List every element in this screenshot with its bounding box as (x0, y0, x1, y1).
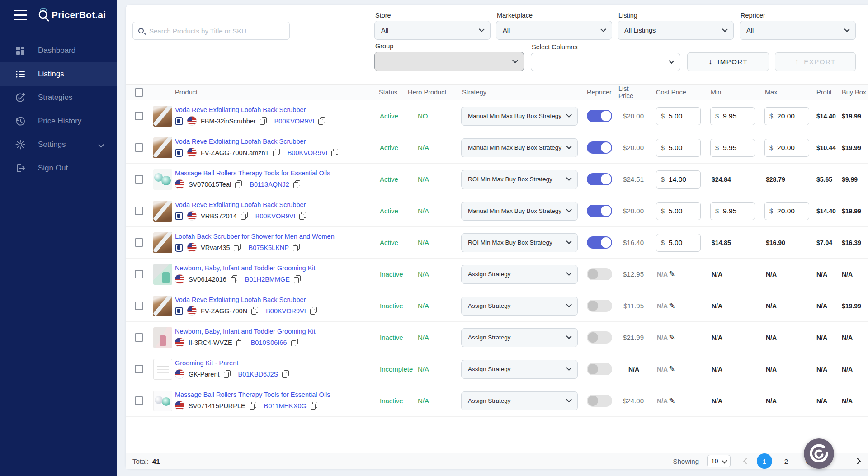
max-input[interactable]: $20.00 (764, 107, 809, 125)
copy-asin-icon[interactable] (293, 244, 300, 251)
product-asin-link[interactable]: B00KVOR9VI (274, 118, 315, 125)
product-title-link[interactable]: Massage Ball Rollers Therapy Tools for E… (175, 170, 330, 177)
marketplace-filter-select[interactable]: All (496, 21, 612, 40)
strategy-select[interactable]: Manual Min Max Buy Box Strategy (461, 107, 578, 126)
group-filter-select[interactable] (374, 52, 524, 71)
product-asin-link[interactable]: B00KVOR9VI (266, 307, 306, 315)
cost-price-input[interactable]: $5.00 (656, 139, 701, 157)
max-input[interactable]: $20.00 (764, 139, 809, 157)
repricer-toggle[interactable] (587, 236, 612, 249)
product-title-link[interactable]: Loofah Back Scrubber for Shower for Men … (175, 233, 335, 240)
product-title-link[interactable]: Voda Reve Exfoliating Loofah Back Scrubb… (175, 296, 317, 303)
strategy-select[interactable]: Assign Strategy (461, 391, 578, 410)
min-input[interactable]: $9.95 (710, 107, 755, 125)
strategy-select[interactable]: Manual Min Max Buy Box Strategy (461, 202, 578, 221)
listing-filter-select[interactable]: All Listings (618, 21, 734, 40)
edit-cost-price-icon[interactable]: ✎ (669, 334, 675, 341)
product-title-link[interactable]: Massage Ball Rollers Therapy Tools for E… (175, 391, 330, 398)
copy-asin-icon[interactable] (331, 149, 338, 156)
copy-sku-icon[interactable] (224, 370, 231, 378)
row-checkbox[interactable] (135, 270, 143, 278)
row-checkbox[interactable] (135, 302, 143, 310)
cost-price-input[interactable]: $14.00 (656, 170, 701, 189)
select-all-checkbox[interactable] (135, 88, 143, 97)
copy-sku-icon[interactable] (250, 402, 256, 410)
repricer-toggle[interactable] (587, 141, 612, 154)
product-title-link[interactable]: Newborn, Baby, Infant and Toddler Groomi… (175, 328, 316, 335)
page-size-select[interactable]: 10 (707, 455, 731, 467)
sidebar-item-listings[interactable]: Listings (0, 62, 117, 86)
max-input[interactable]: $20.00 (764, 202, 809, 220)
row-checkbox[interactable] (135, 207, 143, 215)
store-filter-select[interactable]: All (374, 21, 491, 40)
chat-widget-button[interactable] (804, 438, 834, 469)
page-button-2[interactable]: 2 (778, 453, 794, 469)
cost-price-input[interactable]: $5.00 (656, 202, 701, 220)
strategy-select[interactable]: Assign Strategy (461, 328, 578, 347)
cost-price-input[interactable]: $5.00 (656, 107, 701, 125)
copy-asin-icon[interactable] (311, 402, 317, 410)
product-asin-link[interactable]: B075K5LKNP (248, 244, 288, 251)
sidebar-item-sign-out[interactable]: Sign Out (0, 156, 117, 180)
row-checkbox[interactable] (135, 112, 143, 120)
min-input[interactable]: $9.95 (710, 139, 755, 157)
product-asin-link[interactable]: B01KBD6J2S (238, 371, 278, 378)
repricer-toggle[interactable] (587, 268, 612, 280)
sidebar-item-strategies[interactable]: Strategies (0, 86, 117, 109)
copy-sku-icon[interactable] (273, 149, 280, 156)
copy-sku-icon[interactable] (234, 244, 241, 251)
strategy-select[interactable]: Assign Strategy (461, 265, 578, 284)
row-checkbox[interactable] (135, 333, 143, 342)
edit-cost-price-icon[interactable]: ✎ (669, 365, 675, 373)
row-checkbox[interactable] (135, 143, 143, 152)
row-checkbox[interactable] (135, 365, 143, 373)
menu-icon[interactable] (14, 10, 27, 20)
page-button-1[interactable]: 1 (757, 453, 772, 469)
product-asin-link[interactable]: B0113AQNJ2 (250, 181, 289, 188)
strategy-select[interactable]: ROI Min Max Buy Box Strategy (461, 170, 578, 189)
edit-cost-price-icon[interactable]: ✎ (669, 397, 675, 405)
next-page-button[interactable] (854, 458, 861, 464)
product-asin-link[interactable]: B00KVOR9VI (255, 212, 296, 220)
copy-asin-icon[interactable] (293, 180, 300, 188)
copy-asin-icon[interactable] (299, 212, 306, 220)
strategy-select[interactable]: Manual Min Max Buy Box Strategy (461, 138, 578, 157)
min-input[interactable]: $9.95 (710, 202, 755, 220)
export-button[interactable]: ↑ EXPORT (775, 52, 856, 71)
sidebar-item-settings[interactable]: Settings (0, 133, 117, 156)
copy-sku-icon[interactable] (251, 307, 258, 315)
product-asin-link[interactable]: B01H2BMMGE (245, 276, 290, 283)
import-button[interactable]: ↓ IMPORT (687, 52, 769, 71)
product-title-link[interactable]: Voda Reve Exfoliating Loofah Back Scrubb… (175, 201, 306, 208)
copy-asin-icon[interactable] (282, 370, 289, 378)
copy-sku-icon[interactable] (236, 339, 243, 346)
repricer-filter-select[interactable]: All (740, 21, 856, 40)
sidebar-item-dashboard[interactable]: Dashboard (0, 39, 117, 62)
copy-asin-icon[interactable] (310, 307, 317, 315)
copy-sku-icon[interactable] (235, 180, 242, 188)
select-columns-select[interactable] (531, 53, 680, 71)
row-checkbox[interactable] (135, 238, 143, 247)
product-title-link[interactable]: Grooming Kit - Parent (175, 359, 289, 367)
search-input[interactable]: Search Products by Title or SKU (132, 22, 290, 40)
row-checkbox[interactable] (135, 175, 143, 184)
copy-sku-icon[interactable] (231, 275, 237, 283)
repricer-toggle[interactable] (587, 331, 612, 344)
copy-sku-icon[interactable] (241, 212, 248, 220)
edit-cost-price-icon[interactable]: ✎ (669, 270, 675, 278)
sidebar-item-price-history[interactable]: Price History (0, 109, 117, 133)
strategy-select[interactable]: Assign Strategy (461, 360, 578, 379)
cost-price-input[interactable]: $5.00 (656, 234, 701, 252)
edit-cost-price-icon[interactable]: ✎ (669, 302, 675, 310)
copy-asin-icon[interactable] (294, 275, 301, 283)
product-asin-link[interactable]: B011MHKX0G (264, 402, 307, 410)
repricer-toggle[interactable] (587, 300, 612, 312)
repricer-toggle[interactable] (587, 205, 612, 217)
product-asin-link[interactable]: B010S06I66 (251, 339, 287, 346)
repricer-toggle[interactable] (587, 363, 612, 375)
strategy-select[interactable]: ROI Min Max Buy Box Strategy (461, 233, 578, 252)
product-title-link[interactable]: Newborn, Baby, Infant and Toddler Groomi… (175, 264, 316, 272)
copy-sku-icon[interactable] (260, 117, 267, 125)
prev-page-button[interactable] (743, 458, 750, 464)
repricer-toggle[interactable] (587, 110, 612, 122)
